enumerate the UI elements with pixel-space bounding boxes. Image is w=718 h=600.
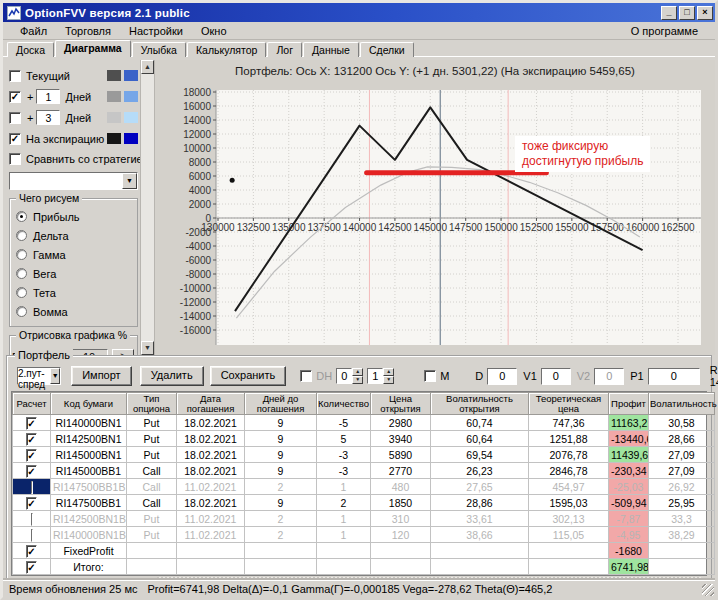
chevron-down-icon[interactable]: ▼ (122, 173, 137, 189)
row-checkbox[interactable] (26, 561, 36, 574)
compare-checkbox[interactable] (9, 153, 21, 165)
row-calc-cell[interactable] (13, 543, 51, 559)
spin-down-icon[interactable]: ▼ (383, 376, 394, 384)
menu-item-Торговля[interactable]: Торговля (56, 23, 120, 39)
column-header-Количество[interactable]: Количество (317, 393, 371, 415)
field-input-V2[interactable]: 0 (594, 368, 624, 385)
field-input-V1[interactable]: 0 (541, 368, 571, 385)
row-checkbox[interactable] (26, 545, 36, 558)
menu-item-Файл[interactable]: Файл (11, 23, 56, 39)
dh-spinner-1[interactable]: 0 ▲▼ (336, 368, 363, 384)
table-row[interactable]: RI140000BN1BPut11.02.20212112038,66115,0… (13, 527, 715, 543)
save-button[interactable]: Сохранить (210, 366, 287, 386)
delete-button[interactable]: Удалить (140, 366, 204, 386)
table-row[interactable]: RI145000BN1Put18.02.20219-3589069,542076… (13, 447, 715, 463)
table-row[interactable]: RI147500BB1Call18.02.202192185028,861595… (13, 495, 715, 511)
column-header-Дней до погашения[interactable]: Дней до погашения (245, 393, 317, 415)
column-header-Теоретическая цена[interactable]: Теоретическая цена (529, 393, 609, 415)
draw-option-Вомма[interactable]: Вомма (16, 302, 131, 321)
panel-scrollbar[interactable]: ▲ ▼ (140, 60, 154, 355)
row-checkbox[interactable] (26, 417, 36, 430)
row-calc-cell[interactable] (13, 479, 51, 495)
layer-checkbox-1[interactable] (9, 91, 21, 103)
dh-checkbox[interactable] (300, 370, 312, 382)
strategy-dropdown[interactable]: ▼ (9, 172, 138, 190)
column-header-Тип опциона[interactable]: Тип опциона (127, 393, 177, 415)
table-row[interactable]: RI147500BB1BCall11.02.20212148027,65454,… (13, 479, 715, 495)
tab-Калькулятор[interactable]: Калькулятор (187, 42, 266, 57)
column-header-Код бумаги[interactable]: Код бумаги (51, 393, 127, 415)
row-calc-cell[interactable] (13, 495, 51, 511)
scroll-down-icon[interactable]: ▼ (141, 341, 154, 355)
layer-checkbox-0[interactable] (9, 70, 21, 82)
column-header-Цена открытия[interactable]: Цена открытия (371, 393, 431, 415)
import-button[interactable]: Импорт (71, 366, 131, 386)
radio-icon[interactable] (16, 287, 27, 298)
field-input-D[interactable]: 0 (487, 368, 517, 385)
draw-option-Дельта[interactable]: Дельта (16, 226, 131, 245)
radio-icon[interactable] (16, 306, 27, 317)
layer-checkbox-3[interactable] (9, 133, 21, 145)
dh-spinner-2[interactable]: 1 ▲▼ (367, 368, 394, 384)
spin-up-icon[interactable]: ▲ (383, 368, 394, 376)
layer-checkbox-2[interactable] (9, 112, 21, 124)
row-calc-cell[interactable] (13, 559, 51, 575)
scroll-up-icon[interactable]: ▲ (141, 60, 154, 74)
row-calc-cell[interactable] (13, 447, 51, 463)
minimize-button[interactable]: _ (661, 6, 677, 20)
table-row[interactable]: RI145000BB1Call18.02.20219-3277026,23284… (13, 463, 715, 479)
row-checkbox[interactable] (26, 465, 36, 478)
column-header-Дата погашения[interactable]: Дата погашения (177, 393, 245, 415)
radio-icon[interactable] (16, 230, 27, 241)
row-checkbox[interactable] (26, 449, 36, 462)
row-checkbox[interactable] (31, 529, 33, 542)
draw-option-Гамма[interactable]: Гамма (16, 245, 131, 264)
row-checkbox[interactable] (26, 497, 36, 510)
m-checkbox[interactable] (424, 370, 436, 382)
maximize-button[interactable]: □ (679, 6, 695, 20)
layer-days-input-1[interactable] (36, 89, 60, 104)
column-header-Профит[interactable]: Профит (609, 393, 649, 415)
row-calc-cell[interactable] (13, 527, 51, 543)
table-row[interactable]: RI140000BN1Put18.02.20219-5298060,74747,… (13, 415, 715, 431)
radio-icon[interactable] (16, 268, 27, 279)
tab-Диаграмма[interactable]: Диаграмма (55, 40, 131, 57)
row-calc-cell[interactable] (13, 415, 51, 431)
column-header-Волатильность открытия[interactable]: Волатильность открытия (431, 393, 529, 415)
tab-Данные[interactable]: Данные (303, 42, 359, 57)
table-row[interactable]: RI142500BN1BPut11.02.20212131033,61302,1… (13, 511, 715, 527)
resize-grip-icon[interactable] (702, 584, 714, 596)
row-calc-cell[interactable] (13, 463, 51, 479)
chevron-down-icon[interactable]: ▼ (50, 368, 60, 384)
row-calc-cell[interactable] (13, 431, 51, 447)
radio-icon[interactable] (16, 249, 27, 260)
field-input-P1[interactable]: 0 (648, 368, 700, 385)
column-header-Расчет[interactable]: Расчет (13, 393, 51, 415)
draw-option-Вега[interactable]: Вега (16, 264, 131, 283)
row-checkbox[interactable] (26, 433, 36, 446)
radio-icon[interactable] (16, 211, 27, 222)
layer-days-input-2[interactable] (36, 110, 60, 125)
column-header-Волатильность[interactable]: Волатильность (649, 393, 715, 415)
draw-option-Тета[interactable]: Тета (16, 283, 131, 302)
title-bar[interactable]: OptionFVV версия 2.1 public _ □ × (3, 3, 715, 22)
close-button[interactable]: × (697, 6, 713, 20)
row-checkbox[interactable] (31, 481, 33, 494)
tab-Улыбка[interactable]: Улыбка (132, 42, 186, 57)
table-row[interactable]: Итого:6741,98 (13, 559, 715, 575)
menu-item-Окно[interactable]: Окно (192, 23, 236, 39)
table-row[interactable]: FixedProfit-1680 (13, 543, 715, 559)
tab-Доска[interactable]: Доска (7, 42, 54, 57)
menu-item-about[interactable]: О программе (622, 23, 707, 39)
menu-item-Настройки[interactable]: Настройки (120, 23, 192, 39)
tab-Сделки[interactable]: Сделки (360, 42, 414, 57)
spin-up-icon[interactable]: ▲ (352, 368, 363, 376)
tab-Лог[interactable]: Лог (267, 42, 302, 57)
table-row[interactable]: RI142500BN1Put18.02.202195394060,641251,… (13, 431, 715, 447)
spin-down-icon[interactable]: ▼ (352, 376, 363, 384)
preset-dropdown[interactable]: 2.пут-спред ▼ (17, 367, 61, 385)
draw-option-Прибыль[interactable]: Прибыль (16, 207, 131, 226)
row-calc-cell[interactable] (13, 511, 51, 527)
chart-area[interactable]: Портфель: Ось X: 131200 Ось Y: (+1 дн. 5… (155, 60, 715, 355)
row-checkbox[interactable] (31, 513, 33, 526)
